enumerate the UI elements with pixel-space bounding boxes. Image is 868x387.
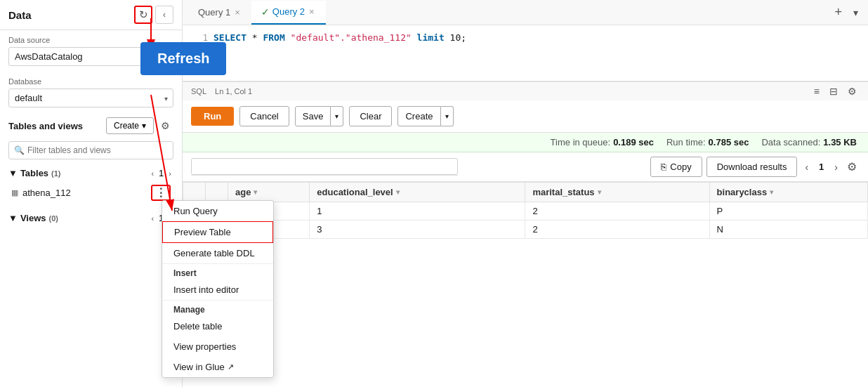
ctx-insert-into-editor[interactable]: Insert into editor: [162, 280, 273, 300]
main-area: Query 1 × ✓ Query 2 × + ▾ 1 SELECT: [183, 0, 868, 387]
create-split-button[interactable]: Create: [397, 106, 440, 126]
table-item-athena112[interactable]: ▦ athena_112 ⋮: [8, 181, 173, 204]
table-row: 2 2 1 3 2 N: [183, 221, 868, 239]
runtime-stat: Run time: 0.785 sec: [666, 137, 749, 147]
create-btn-wrap: Create ▾ ⚙: [106, 117, 173, 134]
col-marital-status-sort-icon[interactable]: ▾: [598, 188, 601, 196]
filter-tables-input[interactable]: [8, 141, 173, 159]
tables-page-num: 1: [159, 168, 164, 178]
ctx-delete-table[interactable]: Delete table: [162, 316, 273, 336]
page-number: 1: [815, 162, 828, 172]
ctx-run-query[interactable]: Run Query: [162, 201, 273, 221]
download-label: Download results: [717, 162, 787, 172]
ctx-preview-table[interactable]: Preview Table: [162, 221, 273, 243]
col-educational-level-sort-icon[interactable]: ▾: [396, 188, 400, 196]
col-age-sort-icon[interactable]: ▾: [254, 188, 257, 196]
tables-settings-icon[interactable]: ⚙: [157, 117, 173, 134]
col-header-educational-level[interactable]: educational_level ▾: [310, 183, 525, 202]
kw-from: FROM: [263, 32, 284, 43]
run-label: Run: [204, 111, 221, 122]
run-button[interactable]: Run: [191, 107, 234, 126]
prev-page-button[interactable]: ‹: [801, 160, 812, 174]
row1-marital-status: 2: [525, 202, 709, 221]
tab-query2-close[interactable]: ×: [308, 6, 316, 17]
database-select-wrap: default ▾: [8, 88, 173, 107]
sidebar-title: Data: [8, 9, 32, 21]
save-button[interactable]: Save: [295, 106, 331, 126]
queue-label: Time in queue:: [551, 137, 611, 147]
editor-area: 1 SELECT * FROM "default"."athena_112" l…: [183, 25, 868, 81]
tables-views-title: Tables and views: [8, 121, 83, 131]
queue-stat: Time in queue: 0.189 sec: [551, 137, 654, 147]
tab-query1-close[interactable]: ×: [233, 7, 242, 18]
create-split-wrap: Create ▾: [397, 106, 453, 126]
views-tree-header[interactable]: ▼ Views (0) ‹ 1 ›: [8, 210, 173, 226]
tab-query2[interactable]: ✓ Query 2 ×: [251, 1, 326, 25]
next-page-button[interactable]: ›: [831, 160, 841, 174]
cursor-position: Ln 1, Col 1: [215, 87, 252, 96]
editor-status-bar: SQL Ln 1, Col 1 ≡ ⊟ ⚙: [183, 81, 868, 100]
filter-row: [191, 158, 458, 176]
tab-query1-label: Query 1: [198, 7, 230, 18]
col-binaryclass-sort-icon[interactable]: ▾: [770, 188, 773, 196]
results-table-wrap: age ▾ educational_level ▾: [183, 182, 868, 387]
row2-binaryclass: N: [709, 221, 867, 239]
col-header-marital-status[interactable]: marital_status ▾: [525, 183, 709, 202]
views-tree-section: ▼ Views (0) ‹ 1 ›: [0, 210, 182, 226]
col-header-binaryclass[interactable]: binaryclass ▾: [709, 183, 867, 202]
pagination-settings-button[interactable]: ⚙: [844, 159, 860, 175]
filter-input-wrap: 🔍: [0, 138, 182, 165]
code-limit-val: 10;: [450, 32, 466, 43]
tables-expand-icon: ▼: [8, 168, 18, 178]
scanned-label: Data scanned:: [761, 137, 820, 147]
collapse-sidebar-button[interactable]: ‹: [155, 6, 173, 24]
col-header-age[interactable]: age ▾: [228, 183, 310, 202]
create-split-dropdown-button[interactable]: ▾: [441, 106, 454, 126]
save-dropdown-button[interactable]: ▾: [331, 106, 343, 126]
ctx-view-properties[interactable]: View properties: [162, 336, 273, 357]
table-item-label: athena_112: [22, 188, 71, 198]
results-actions: ⎘ Copy Download results ‹ 1 › ⚙: [183, 152, 868, 182]
format-icon[interactable]: ≡: [811, 85, 822, 98]
ctx-generate-ddl[interactable]: Generate table DDL: [162, 243, 273, 263]
refresh-icon-button[interactable]: ↻: [134, 6, 152, 24]
col-marital-status-label: marital_status: [532, 187, 594, 197]
tab-more-button[interactable]: ▾: [849, 6, 862, 20]
settings-icon[interactable]: ⚙: [845, 85, 860, 98]
sidebar-header: Data ↻ ‹: [0, 0, 182, 30]
tables-next-btn[interactable]: ›: [166, 169, 173, 178]
clear-label: Clear: [360, 111, 381, 122]
download-results-button[interactable]: Download results: [706, 157, 798, 177]
copy-button[interactable]: ⎘ Copy: [650, 157, 702, 177]
create-dropdown-icon: ▾: [142, 121, 146, 131]
refresh-tooltip-text: Refresh: [157, 51, 209, 66]
ctx-view-in-glue-label: View in Glue: [173, 362, 225, 372]
create-label: Create: [114, 121, 139, 131]
tables-prev-btn[interactable]: ‹: [149, 169, 156, 178]
pagination: ‹ 1 › ⚙: [801, 159, 860, 175]
row1-binaryclass: P: [709, 202, 867, 221]
results-filter-input[interactable]: [191, 158, 458, 175]
tables-count: (1): [51, 169, 60, 178]
ctx-insert-section: Insert: [162, 263, 273, 280]
copy-icon: ⎘: [661, 162, 666, 172]
tab-add-button[interactable]: +: [830, 4, 846, 21]
scanned-stat: Data scanned: 1.35 KB: [761, 137, 857, 147]
tables-tree-header[interactable]: ▼ Tables (1) ‹ 1 ›: [8, 165, 173, 181]
ctx-view-in-glue[interactable]: View in Glue ↗: [162, 357, 273, 377]
tables-tree-section: ▼ Tables (1) ‹ 1 › ▦ athena_112 ⋮: [0, 165, 182, 204]
code-line-1[interactable]: SELECT * FROM "default"."athena_112" lim…: [213, 32, 466, 43]
views-prev-btn[interactable]: ‹: [149, 214, 156, 223]
tab-query1[interactable]: Query 1 ×: [188, 1, 251, 25]
views-count: (0): [49, 214, 58, 223]
cancel-button[interactable]: Cancel: [239, 106, 289, 126]
table-header-row: age ▾ educational_level ▾: [183, 183, 868, 202]
col-age-label: age: [235, 187, 251, 197]
clear-button[interactable]: Clear: [349, 106, 392, 126]
table-icon: ▦: [11, 188, 18, 197]
tab-success-icon: ✓: [261, 6, 270, 18]
wrap-icon[interactable]: ⊟: [827, 85, 841, 98]
database-select[interactable]: default: [8, 88, 173, 107]
create-button[interactable]: Create ▾: [106, 117, 154, 134]
table-more-button[interactable]: ⋮: [151, 185, 171, 201]
